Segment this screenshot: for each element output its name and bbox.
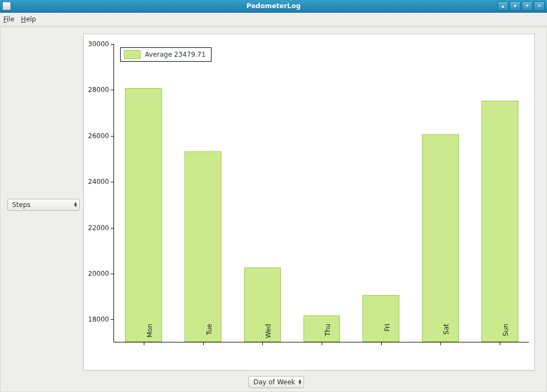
x-axis-selector[interactable]: Day of Week ▲▼ [248, 376, 304, 388]
chart-plot-area: 18000200002200024000260002800030000MonTu… [113, 44, 529, 342]
y-tick-label: 20000 [83, 270, 109, 277]
window-shade-button[interactable]: ▴ [497, 1, 508, 11]
menu-bar: File Help [0, 13, 547, 26]
chart-bar [125, 88, 162, 342]
x-axis-selector-value: Day of Week [253, 378, 295, 386]
y-axis-selector[interactable]: Steps ▲▼ [7, 199, 80, 211]
chart-bar [422, 134, 459, 342]
y-tick [111, 319, 114, 320]
y-tick [111, 44, 114, 45]
y-tick [111, 182, 114, 182]
window-title: PedometerLog [0, 2, 547, 10]
y-tick [111, 136, 114, 137]
window-minimize-button[interactable]: ▾ [510, 1, 521, 11]
x-tick-label: Tue [205, 324, 213, 346]
chart-bar [304, 315, 340, 342]
window-controls: ▴ ▾ ✦ ✕ [497, 1, 547, 11]
window-titlebar: PedometerLog ▴ ▾ ✦ ✕ [0, 0, 547, 13]
spinner-icon: ▲▼ [74, 202, 77, 208]
y-axis-selector-wrap: Steps ▲▼ [7, 199, 80, 211]
menu-help-label-rest: elp [26, 15, 36, 23]
y-tick-label: 30000 [83, 40, 109, 48]
chart-bar [244, 268, 281, 342]
x-tick-label: Mon [146, 324, 154, 346]
chart-bar [362, 295, 399, 342]
y-axis-selector-value: Steps [12, 201, 31, 209]
window-maximize-button[interactable]: ✦ [522, 1, 533, 11]
x-tick [144, 342, 144, 345]
spinner-icon: ▲▼ [299, 379, 301, 385]
x-tick [500, 342, 500, 345]
menu-file[interactable]: File [3, 15, 14, 23]
chart-bar [185, 151, 221, 342]
x-tick-label: Fri [383, 324, 391, 346]
y-tick [111, 90, 114, 90]
x-tick-label: Wed [264, 324, 272, 346]
window-close-button[interactable]: ✕ [534, 1, 545, 11]
x-axis-selector-wrap: Day of Week ▲▼ [248, 376, 304, 388]
menu-help[interactable]: Help [21, 15, 36, 23]
app-icon [2, 2, 11, 10]
y-tick [111, 274, 114, 274]
x-tick-label: Sat [442, 324, 450, 346]
chart-panel: Average 23479.71 18000200002200024000260… [83, 34, 535, 371]
x-tick [262, 342, 263, 345]
y-tick-label: 18000 [83, 315, 109, 323]
y-tick [111, 228, 114, 228]
x-tick [203, 342, 204, 345]
client-area: Steps ▲▼ Average 23479.71 18000200002200… [0, 26, 547, 392]
y-tick-label: 24000 [83, 178, 109, 186]
x-tick [440, 342, 441, 345]
y-tick-label: 22000 [83, 224, 109, 232]
chart-bar [481, 101, 518, 342]
x-tick [381, 342, 382, 345]
x-tick-label: Sun [502, 324, 510, 346]
menu-file-label-rest: ile [7, 15, 14, 23]
y-tick-label: 28000 [83, 86, 109, 94]
x-tick [322, 342, 322, 345]
y-tick-label: 26000 [83, 132, 109, 140]
x-tick-label: Thu [324, 324, 332, 346]
